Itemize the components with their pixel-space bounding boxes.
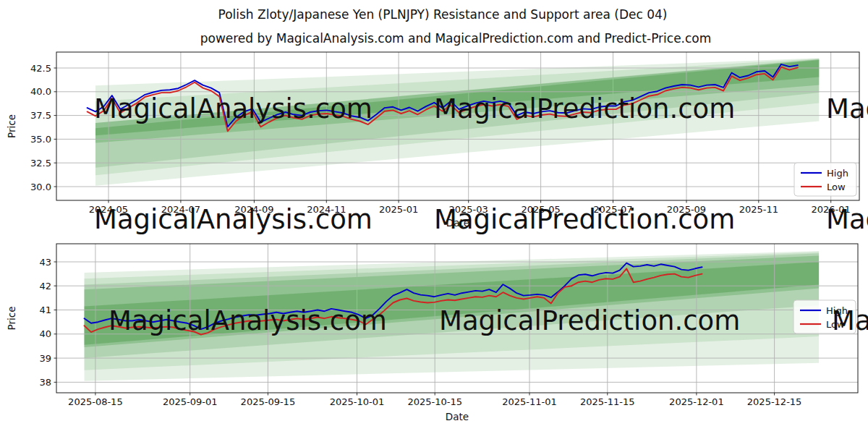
watermark-text: MagicalAnalysis.com [826,93,868,124]
y-tick-label: 37.5 [30,110,51,121]
x-tick-label: 2025-01 [379,204,418,215]
x-tick-label: 2025-12-15 [747,396,802,407]
x-tick-label: 2025-10-15 [407,396,462,407]
y-tick-label: 38 [39,377,51,388]
x-tick-label: 2025-09-01 [163,396,218,407]
y-tick-label: 42 [39,281,51,292]
y-tick-label: 40 [39,328,51,339]
watermark-text: MagicalAnalysis.com [832,305,868,336]
y-tick-label: 39 [39,353,51,364]
watermark-text: MagicalAnalysis.com [94,93,373,124]
x-tick-label: 2025-10-01 [330,396,385,407]
x-tick-label: 2025-11-01 [502,396,557,407]
y-tick-label: 35.0 [30,134,51,145]
y-tick-label: 41 [39,305,51,315]
x-tick-label: 2025-08-15 [68,396,123,407]
watermark-text: MagicalAnalysis.com [94,204,373,235]
y-axis-label: Price [6,307,17,331]
legend-label-high: High [827,168,848,179]
watermark-text: MagicalPrediction.com [434,93,735,124]
y-tick-label: 40.0 [30,86,51,97]
y-tick-label: 43 [39,257,51,268]
y-tick-label: 30.0 [30,182,51,192]
x-tick-label: 2025-11-15 [580,396,635,407]
y-axis-label: Price [6,114,17,138]
figure: Polish Zloty/Japanese Yen (PLNJPY) Resis… [0,0,868,434]
x-axis-label: Date [446,411,469,422]
y-tick-label: 42.5 [30,63,51,74]
y-tick-label: 32.5 [30,158,51,169]
legend: HighLow [794,163,856,196]
legend-label-low: Low [827,182,846,192]
watermark-text: MagicalPrediction.com [434,204,735,235]
history-chart: 2024-052024-072024-092024-112025-012025-… [6,52,859,229]
charts-canvas: 2024-052024-072024-092024-112025-012025-… [0,0,868,434]
x-tick-label: 2025-09-15 [241,396,296,407]
watermark-text: MagicalAnalysis.com [826,204,868,235]
x-tick-label: 2025-12-01 [669,396,724,407]
watermark-text: MagicalAnalysis.com [109,305,387,336]
watermark-text: MagicalPrediction.com [439,305,740,336]
x-tick-label: 2025-11 [739,204,778,215]
